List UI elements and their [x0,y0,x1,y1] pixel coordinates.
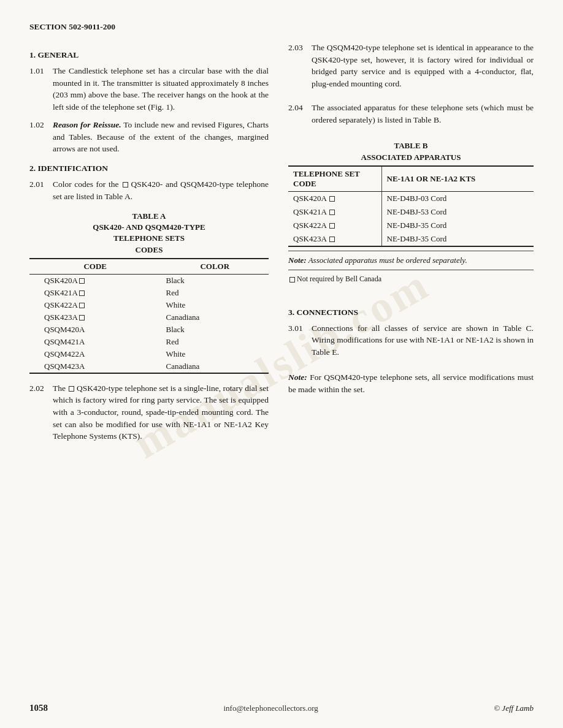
para-2-01-num: 2.01 [29,178,53,202]
para-1-01-num: 1.01 [29,65,53,113]
table-a-title2: QSK420- AND QSQM420-TYPE [93,222,205,232]
checkbox-icon [329,210,335,215]
table-a-code-cell: QSQM423A [29,360,161,373]
checkbox-icon [329,237,335,242]
para-3-01: 3.01 Connections for all classes of serv… [288,322,534,358]
two-col-layout: 1. GENERAL 1.01 The Candlestick telephon… [29,42,534,449]
footer-page-number: 1058 [29,703,48,713]
para-2-04: 2.04 The associated apparatus for these … [288,102,534,126]
table-a-container: TABLE A QSK420- AND QSQM420-TYPE TELEPHO… [29,211,269,374]
para-1-02-italic: Reason for Reissue. [53,120,121,129]
para-2-03-num: 2.03 [288,42,312,89]
checkbox-icon [79,315,85,320]
table-a-color-cell: Canadiana [161,311,269,324]
table-b-code-cell: QSK423A [288,232,381,246]
checkbox-icon-2-01 [123,182,128,188]
table-row: QSQM420ABlack [29,324,269,336]
para-1-01-body: The Candlestick telephone set has a circ… [53,65,269,113]
table-a-code-cell: QSK421A [29,287,161,299]
checkbox-icon [329,223,335,229]
table-a-code-cell: QSQM422A [29,348,161,360]
para-2-02-the: The [53,384,66,393]
content: SECTION 502-9011-200 1. GENERAL 1.01 The… [29,22,534,449]
table-a-col1-header: CODE [29,259,161,275]
checkbox-icon [79,290,85,296]
table-a-code-cell: QSK420A [29,274,161,287]
table-b-code-cell: QSK421A [288,205,381,219]
table-b-title: TABLE B ASSOCIATED APPARATUS [288,140,534,162]
section-header: SECTION 502-9011-200 [29,22,534,32]
table-b-code-cell: QSK420A [288,191,381,205]
table-a-title1: TABLE A [132,211,166,221]
table-b-ne-cell: NE-D4BJ-03 Cord [381,191,534,205]
table-row: QSQM421ARed [29,336,269,348]
table-a-title3: TELEPHONE SETS [113,233,185,243]
table-b-ne-cell: NE-D4BJ-35 Cord [381,232,534,246]
table-b-ne-cell: NE-D4BJ-53 Cord [381,205,534,219]
table-a-color-cell: Red [161,336,269,348]
para-2-01-text: Color codes for the [53,180,118,189]
right-column: 2.03 The QSQM420-type telephone set is i… [288,42,534,449]
table-row: QSK420ABlack [29,274,269,287]
table-a-col2-header: COLOR [161,259,269,275]
checkbox-icon [79,278,85,284]
para-2-01: 2.01 Color codes for the QSK420- and QSQ… [29,178,269,202]
table-b-container: TABLE B ASSOCIATED APPARATUS TELEPHONE S… [288,140,534,284]
table-row: QSK423A NE-D4BJ-35 Cord [288,232,534,246]
table-row: QSK421ARed [29,287,269,299]
table-b-col1-header: TELEPHONE SET CODE [288,166,381,192]
table-row: QSK423ACanadiana [29,311,269,324]
para-3-01-num: 3.01 [288,322,312,358]
section3-heading: 3. CONNECTIONS [288,308,534,317]
table-a-color-cell: Red [161,287,269,299]
footer-copyright: © Jeff Lamb [494,703,534,713]
table-b-note: Note: Associated apparatus must be order… [288,255,534,266]
table-b-divider2 [288,270,534,270]
para-2-02-num: 2.02 [29,382,53,442]
table-row: QSQM423ACanadiana [29,360,269,373]
table-a-color-cell: Black [161,324,269,336]
table-a: CODE COLOR QSK420ABlackQSK421ARedQSK422A… [29,258,269,374]
left-column: 1. GENERAL 1.01 The Candlestick telephon… [29,42,269,449]
para-1-01: 1.01 The Candlestick telephone set has a… [29,65,269,113]
checkbox-icon [329,196,335,202]
para-2-02-body: The QSK420-type telephone set is a singl… [53,382,269,442]
para-2-04-num: 2.04 [288,102,312,126]
table-row: QSK422A NE-D4BJ-35 Cord [288,219,534,232]
table-a-code-cell: QSQM421A [29,336,161,348]
note2-label: Note: [288,373,307,382]
table-row: QSK422AWhite [29,299,269,311]
table-a-color-cell: Canadiana [161,360,269,373]
table-b-title1: TABLE B [394,141,427,150]
page-footer: 1058 info@telephonecollectors.org © Jeff… [29,703,534,713]
para-1-02-num: 1.02 [29,119,53,155]
checkbox-icon-2-02 [69,386,74,392]
checkbox-icon [79,303,85,308]
table-a-code-cell: QSQM420A [29,324,161,336]
table-a-title: TABLE A QSK420- AND QSQM420-TYPE TELEPHO… [29,211,269,256]
note2: Note: For QSQM420-type telephone sets, a… [288,371,534,395]
table-b-code-cell: QSK422A [288,219,381,232]
table-b-col2-header: NE-1A1 OR NE-1A2 KTS [381,166,534,192]
note2-text: For QSQM420-type telephone sets, all ser… [288,373,534,394]
para-1-02-body: Reason for Reissue. To include new and r… [53,119,269,155]
note-text: Associated apparatus must be ordered sep… [308,256,467,265]
footnote: Not required by Bell Canada [288,274,534,284]
section-title: SECTION 502-9011-200 [29,22,115,31]
table-row: QSK421A NE-D4BJ-53 Cord [288,205,534,219]
para-3-01-body: Connections for all classes of service a… [312,322,534,358]
para-2-03: 2.03 The QSQM420-type telephone set is i… [288,42,534,89]
table-a-color-cell: Black [161,274,269,287]
footnote-text: Not required by Bell Canada [297,275,381,283]
footer-email: info@telephonecollectors.org [223,703,318,713]
note-label: Note: [288,256,307,265]
table-a-code-cell: QSK423A [29,311,161,324]
table-b-divider [288,251,534,251]
checkbox-icon-footnote [289,277,295,282]
table-a-color-cell: White [161,299,269,311]
table-b: TELEPHONE SET CODE NE-1A1 OR NE-1A2 KTS … [288,165,534,247]
table-a-code-cell: QSK422A [29,299,161,311]
para-2-04-body: The associated apparatus for these telep… [312,102,534,126]
para-2-01-body: Color codes for the QSK420- and QSQM420-… [53,178,269,202]
table-row: QSQM422AWhite [29,348,269,360]
